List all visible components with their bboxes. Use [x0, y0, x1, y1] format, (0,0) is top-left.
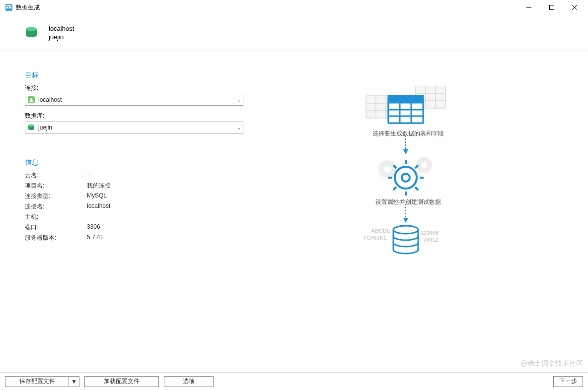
- info-value: 我的连接: [87, 182, 111, 190]
- svg-point-9: [26, 27, 37, 31]
- info-value: 3306: [87, 223, 100, 232]
- info-row: 云名:--: [25, 171, 253, 180]
- svg-line-45: [415, 187, 418, 190]
- svg-line-44: [393, 187, 396, 190]
- svg-marker-31: [403, 149, 408, 154]
- database-small-icon: [27, 124, 35, 131]
- window-title: 数据生成: [16, 3, 40, 12]
- dropdown-arrow-icon[interactable]: ▼: [69, 378, 79, 385]
- close-button[interactable]: [563, 0, 586, 15]
- illustration-step1-label: 选择要生成数据的表和字段: [344, 130, 473, 138]
- connection-value: localhost: [38, 96, 237, 103]
- svg-point-12: [28, 125, 34, 127]
- svg-point-37: [402, 174, 410, 182]
- info-value: localhost: [87, 202, 110, 211]
- connection-icon: [27, 96, 35, 104]
- load-profile-button[interactable]: 加载配置文件: [84, 376, 159, 387]
- target-section-title: 目标: [25, 71, 253, 80]
- bgtext: 78912: [423, 237, 439, 243]
- svg-rect-2: [6, 7, 8, 8]
- connection-label: 连接:: [25, 84, 253, 92]
- options-button[interactable]: 选项: [164, 376, 214, 387]
- info-label: 连接名:: [25, 202, 87, 211]
- svg-point-48: [393, 226, 418, 234]
- bgtext: FGHIJKL: [364, 235, 387, 241]
- footer: 保存配置文件 ▼ 加载配置文件 选项 下一步: [0, 372, 588, 390]
- save-profile-label: 保存配置文件: [5, 377, 69, 386]
- illustration-step2-label: 设置属性并创建测试数据: [344, 198, 473, 206]
- info-row: 主机:: [25, 213, 253, 221]
- database-value: juejin: [38, 124, 237, 131]
- info-label: 服务器版本:: [25, 234, 87, 242]
- info-value: --: [87, 171, 91, 180]
- info-row: 连接名:localhost: [25, 202, 253, 211]
- svg-rect-3: [9, 7, 11, 8]
- chevron-down-icon: ⌄: [237, 97, 241, 103]
- info-label: 主机:: [25, 213, 87, 221]
- titlebar: 数据生成: [0, 0, 588, 15]
- chevron-down-icon: ⌄: [237, 125, 241, 130]
- header-database: juejin: [49, 33, 74, 41]
- bgtext: ABCDE: [371, 228, 390, 234]
- info-section-title: 信息: [25, 158, 253, 167]
- next-button[interactable]: 下一步: [553, 376, 583, 387]
- app-icon: [5, 3, 13, 11]
- bgtext: 123456: [421, 230, 439, 236]
- illustration-panel: ABCDE FGHIJKL 123456 78912 选择要生成数据的表和字段 …: [253, 71, 563, 367]
- header-host: localhost: [49, 25, 74, 32]
- info-value: 5.7.41: [87, 234, 103, 242]
- info-row: 项目名:我的连接: [25, 182, 253, 190]
- svg-rect-24: [388, 96, 423, 103]
- header-info: localhost juejin: [0, 15, 588, 51]
- svg-point-35: [421, 162, 427, 168]
- info-row: 服务器版本:5.7.41: [25, 234, 253, 242]
- svg-rect-25: [388, 103, 423, 123]
- svg-point-33: [384, 166, 391, 173]
- save-profile-button[interactable]: 保存配置文件 ▼: [5, 376, 79, 387]
- info-label: 连接类型:: [25, 192, 87, 200]
- info-value: MySQL: [87, 192, 107, 200]
- info-label: 云名:: [25, 171, 87, 180]
- maximize-button[interactable]: [540, 0, 563, 15]
- svg-rect-1: [6, 5, 11, 6]
- connection-dropdown[interactable]: localhost ⌄: [25, 94, 243, 106]
- database-dropdown[interactable]: juejin ⌄: [25, 122, 243, 133]
- database-icon: [24, 25, 39, 40]
- info-label: 端口:: [25, 223, 87, 232]
- info-row: 连接类型:MySQL: [25, 192, 253, 200]
- minimize-button[interactable]: [517, 0, 540, 15]
- svg-rect-5: [550, 5, 554, 10]
- info-label: 项目名:: [25, 182, 87, 190]
- database-label: 数据库:: [25, 112, 253, 120]
- info-row: 端口:3306: [25, 223, 253, 232]
- svg-marker-47: [403, 218, 408, 223]
